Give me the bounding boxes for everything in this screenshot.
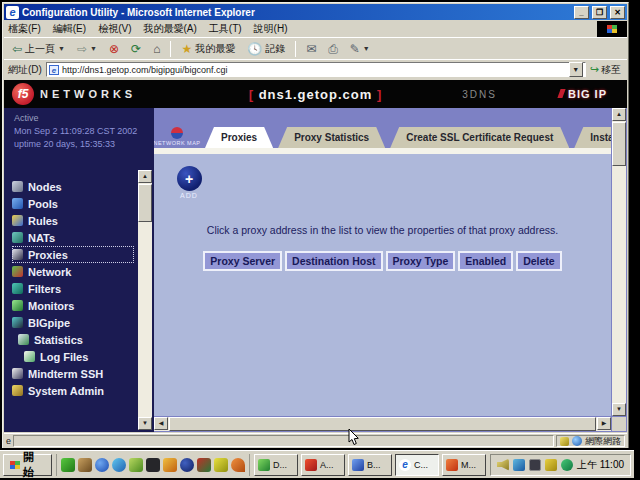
sidebar-item-proxies[interactable]: Proxies: [12, 246, 134, 263]
task-button-3[interactable]: B...: [348, 454, 392, 476]
quick-launch-icon[interactable]: [78, 458, 92, 472]
quick-launch-bar: [56, 454, 250, 476]
tab-install-ssl-certificate[interactable]: Install SSL Certif: [574, 127, 611, 148]
mail-button[interactable]: ✉: [302, 41, 320, 57]
menu-help[interactable]: 說明(H): [254, 22, 288, 36]
network-map-button[interactable]: NETWORK MAP: [154, 114, 200, 148]
quick-launch-icon[interactable]: [112, 458, 126, 472]
sidebar-item-log-files[interactable]: Log Files: [12, 348, 134, 365]
sidebar-item-monitors[interactable]: Monitors: [12, 297, 134, 314]
print-button[interactable]: ⎙: [324, 41, 342, 57]
toolbar-separator: [170, 41, 171, 57]
task-window-icon: [258, 459, 270, 471]
quick-launch-icon[interactable]: [197, 458, 211, 472]
address-input[interactable]: e http://dns1.getop.com/bigipgui/bigconf…: [46, 62, 586, 77]
menu-bar: 檔案(F) 編輯(E) 檢視(V) 我的最愛(A) 工具(T) 說明(H): [4, 21, 627, 37]
sidebar-item-bigpipe[interactable]: BIGpipe: [12, 314, 134, 331]
maximize-button[interactable]: ❐: [592, 6, 607, 19]
sidebar-item-filters[interactable]: Filters: [12, 280, 134, 297]
content-vertical-scrollbar[interactable]: ▲ ▼: [612, 108, 626, 416]
sidebar-scrollbar[interactable]: ▲ ▼: [138, 170, 152, 430]
sidebar-item-mindterm-ssh[interactable]: Mindterm SSH: [12, 365, 134, 382]
network-map-icon: [171, 127, 183, 139]
stop-button[interactable]: ⊗: [105, 41, 123, 57]
scroll-right-button[interactable]: ▶: [597, 417, 611, 430]
left-bracket: [: [249, 87, 254, 102]
edit-button[interactable]: ✎ ▼: [346, 41, 374, 57]
scrollbar-thumb[interactable]: [138, 184, 152, 222]
status-zone-pane: 網際網路: [556, 435, 625, 447]
scroll-down-button[interactable]: ▼: [612, 403, 626, 416]
forward-icon: ⇨: [77, 43, 87, 55]
quick-launch-icon[interactable]: [95, 458, 109, 472]
f5-banner: f5 NETWORKS [ dns1.getop.com ] 3DNS BIG …: [4, 80, 627, 108]
tab-create-ssl-certificate-request[interactable]: Create SSL Certificate Request: [390, 127, 569, 148]
proxy-table-header-row: Proxy Server Destination Host Proxy Type…: [154, 251, 611, 271]
content-horizontal-scrollbar[interactable]: ◀ ▶: [154, 417, 611, 431]
add-button[interactable]: +: [177, 166, 202, 191]
product-3dns-label: 3DNS: [462, 89, 497, 100]
task-button-1[interactable]: D...: [254, 454, 298, 476]
favorites-button[interactable]: ★ 我的最愛: [177, 40, 239, 58]
home-button[interactable]: ⌂: [149, 41, 164, 57]
minimize-button[interactable]: _: [574, 6, 589, 19]
back-button[interactable]: ⇦ 上一頁 ▼: [8, 40, 69, 58]
add-proxy-control[interactable]: + ADD: [172, 166, 206, 199]
menu-tools[interactable]: 工具(T): [209, 22, 242, 36]
scrollbar-thumb[interactable]: [612, 122, 626, 166]
history-button[interactable]: 🕓 記錄: [243, 40, 289, 58]
right-bracket: ]: [377, 87, 382, 102]
menu-favorites[interactable]: 我的最愛(A): [143, 22, 196, 36]
start-button[interactable]: 開始: [3, 454, 52, 476]
task-button-2[interactable]: A...: [301, 454, 345, 476]
tray-icon[interactable]: [513, 459, 525, 471]
product-bigip-label: BIG IP: [559, 88, 607, 100]
sidebar-item-nodes[interactable]: Nodes: [12, 178, 134, 195]
taskbar-clock[interactable]: 上午 11:00: [577, 458, 624, 472]
scroll-up-button[interactable]: ▲: [612, 108, 626, 121]
go-button[interactable]: ↪ 移至: [590, 63, 623, 77]
mail-icon: ✉: [306, 43, 316, 55]
quick-launch-icon[interactable]: [129, 458, 143, 472]
sidebar-item-network[interactable]: Network: [12, 263, 134, 280]
tray-icon[interactable]: [545, 459, 557, 471]
system-admin-icon: [12, 385, 23, 396]
sidebar-item-statistics[interactable]: Statistics: [12, 331, 134, 348]
mouse-cursor: [348, 428, 360, 446]
sidebar-item-pools[interactable]: Pools: [12, 195, 134, 212]
tray-icon[interactable]: [561, 459, 573, 471]
quick-launch-icon[interactable]: [146, 458, 160, 472]
sidebar-item-nats[interactable]: NATs: [12, 229, 134, 246]
scrollbar-thumb[interactable]: [169, 417, 596, 431]
sidebar-item-rules[interactable]: Rules: [12, 212, 134, 229]
volume-icon[interactable]: [497, 459, 509, 471]
quick-launch-icon[interactable]: [163, 458, 177, 472]
scroll-up-button[interactable]: ▲: [138, 170, 152, 183]
sidebar-nav: Nodes Pools Rules NATs Proxies: [12, 178, 134, 399]
status-bar: e 網際網路: [4, 433, 627, 448]
system-datetime: Mon Sep 2 11:09:28 CST 2002: [4, 123, 154, 136]
task-button-4-active[interactable]: e C...: [395, 454, 439, 476]
menu-edit[interactable]: 編輯(E): [53, 22, 86, 36]
quick-launch-icon[interactable]: [214, 458, 228, 472]
menu-file[interactable]: 檔案(F): [8, 22, 41, 36]
refresh-button[interactable]: ⟳: [127, 41, 145, 57]
quick-launch-icon[interactable]: [231, 458, 245, 472]
display-icon[interactable]: [529, 459, 541, 471]
rules-icon: [12, 215, 23, 226]
quick-launch-icon[interactable]: [61, 458, 75, 472]
ie-task-icon: e: [399, 459, 411, 471]
tab-proxy-statistics[interactable]: Proxy Statistics: [278, 127, 385, 148]
scroll-down-button[interactable]: ▼: [138, 417, 152, 430]
forward-button[interactable]: ⇨ ▼: [73, 41, 101, 57]
quick-launch-icon[interactable]: [180, 458, 194, 472]
tab-proxies[interactable]: Proxies: [205, 127, 273, 148]
task-button-5[interactable]: M...: [442, 454, 486, 476]
scroll-left-button[interactable]: ◀: [154, 417, 168, 430]
task-button-area: D... A... B... e C... M...: [254, 454, 486, 476]
sidebar-item-system-admin[interactable]: System Admin: [12, 382, 134, 399]
close-button[interactable]: ✕: [610, 6, 625, 19]
address-dropdown-button[interactable]: ▼: [569, 62, 583, 77]
menu-view[interactable]: 檢視(V): [98, 22, 131, 36]
internet-zone-icon: [572, 436, 582, 446]
